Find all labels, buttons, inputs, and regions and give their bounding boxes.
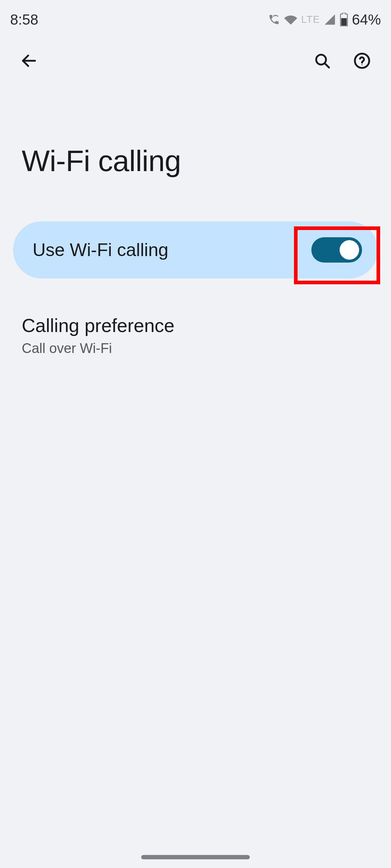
help-button[interactable] <box>348 46 377 75</box>
search-button[interactable] <box>308 46 337 75</box>
use-wifi-calling-toggle[interactable] <box>311 237 362 263</box>
status-bar: 8:58 LTE 64% <box>0 0 391 33</box>
app-bar <box>0 33 391 75</box>
svg-point-3 <box>362 64 363 65</box>
battery-percent: 64% <box>352 12 381 28</box>
arrow-left-icon <box>20 52 38 70</box>
nav-handle[interactable] <box>141 855 250 859</box>
svg-rect-0 <box>341 18 346 26</box>
calling-preference-subtitle: Call over Wi-Fi <box>22 341 369 356</box>
signal-icon <box>324 13 336 26</box>
use-wifi-calling-label: Use Wi-Fi calling <box>33 239 311 260</box>
network-label: LTE <box>301 14 320 25</box>
page-title: Wi-Fi calling <box>0 75 391 221</box>
toggle-knob <box>340 240 359 260</box>
battery-icon <box>340 13 348 26</box>
status-time: 8:58 <box>10 12 38 28</box>
use-wifi-calling-row[interactable]: Use Wi-Fi calling <box>13 221 378 278</box>
calling-preference-title: Calling preference <box>22 315 369 336</box>
wifi-icon <box>284 13 298 26</box>
wifi-calling-icon <box>268 13 280 26</box>
back-button[interactable] <box>14 46 43 75</box>
calling-preference-item[interactable]: Calling preference Call over Wi-Fi <box>0 278 391 356</box>
search-icon <box>313 52 331 70</box>
status-right: LTE 64% <box>268 12 381 28</box>
help-icon <box>353 52 371 70</box>
